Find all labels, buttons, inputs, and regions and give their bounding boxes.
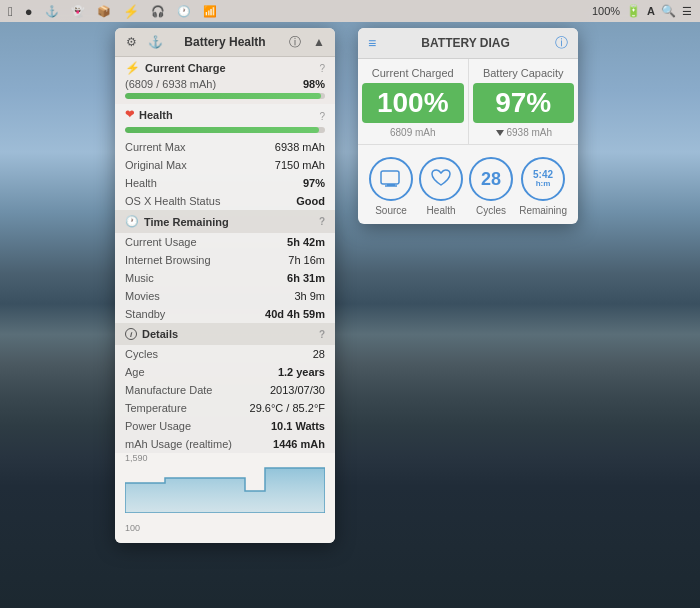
menubar-app-icon1[interactable]: ● xyxy=(25,4,33,19)
charge-row: (6809 / 6938 mAh) 98% xyxy=(125,78,325,90)
detail-label-5: mAh Usage (realtime) xyxy=(125,438,273,450)
info-icon[interactable]: ⓘ xyxy=(287,34,303,50)
health-help[interactable]: ? xyxy=(319,111,325,122)
stat-row-2: Health 97% xyxy=(115,174,335,192)
diag-remaining-icon[interactable]: 5:42 h:m xyxy=(521,157,565,201)
battery-health-panel: ⚙ ⚓ Battery Health ⓘ ▲ ⚡ Current Charge … xyxy=(115,28,335,543)
current-charge-section: ⚡ Current Charge ? (6809 / 6938 mAh) 98% xyxy=(115,57,335,104)
detail-row-5: mAh Usage (realtime) 1446 mAh xyxy=(115,435,335,453)
diag-toolbar: ≡ BATTERY DIAG ⓘ xyxy=(358,28,578,59)
stat-label-0: Current Max xyxy=(125,141,275,153)
detail-value-2: 2013/07/30 xyxy=(270,384,325,396)
time-remaining-label: Time Remaining xyxy=(144,216,229,228)
time-label-1: Internet Browsing xyxy=(125,254,288,266)
diag-source-icon[interactable] xyxy=(369,157,413,201)
diag-battery-capacity-col: Battery Capacity 97% 6938 mAh xyxy=(469,59,579,144)
wifi-icon[interactable]: 📶 xyxy=(203,5,217,18)
diag-remaining-unit: h:m xyxy=(533,180,553,189)
diag-battery-capacity-label: Battery Capacity xyxy=(473,67,575,79)
apple-icon[interactable]:  xyxy=(8,4,13,19)
diag-columns: Current Charged 100% 6809 mAh Battery Ca… xyxy=(358,59,578,145)
detail-label-0: Cycles xyxy=(125,348,313,360)
menubar-app-icon3[interactable]: 👻 xyxy=(71,5,85,18)
current-charge-label: Current Charge xyxy=(145,62,226,74)
menubar-app-icon2[interactable]: ⚓ xyxy=(45,5,59,18)
charge-header: ⚡ Current Charge ? xyxy=(125,61,325,75)
keyboard-icon[interactable]: A xyxy=(647,5,655,17)
upload-icon[interactable]: ▲ xyxy=(311,34,327,50)
charge-progress-fill xyxy=(125,93,321,99)
stat-row-0: Current Max 6938 mAh xyxy=(115,138,335,156)
menubar:  ● ⚓ 👻 📦 ⚡ 🎧 🕐 📶 100% 🔋 A 🔍 ☰ xyxy=(0,0,700,22)
detail-label-4: Power Usage xyxy=(125,420,271,432)
time-value-2: 6h 31m xyxy=(287,272,325,284)
diag-cycles-icon[interactable]: 28 xyxy=(469,157,513,201)
diag-cycles-number: 28 xyxy=(481,169,501,190)
diag-health-icon[interactable] xyxy=(419,157,463,201)
menu-icon[interactable]: ☰ xyxy=(682,5,692,18)
time-row-3: Movies 3h 9m xyxy=(115,287,335,305)
time-label-0: Current Usage xyxy=(125,236,287,248)
clock-icon: 🕐 xyxy=(125,215,139,228)
stat-value-3: Good xyxy=(296,195,325,207)
diag-current-charged-label: Current Charged xyxy=(362,67,464,79)
time-row-0: Current Usage 5h 42m xyxy=(115,233,335,251)
search-icon[interactable]: 🔍 xyxy=(661,4,676,18)
detail-row-2: Manufacture Date 2013/07/30 xyxy=(115,381,335,399)
chart-svg xyxy=(125,463,325,513)
time-label-3: Movies xyxy=(125,290,294,302)
background xyxy=(0,0,700,608)
anchor-icon[interactable]: ⚓ xyxy=(147,34,163,50)
charge-title: ⚡ Current Charge xyxy=(125,61,226,75)
diag-current-charged-percent: 100% xyxy=(362,83,464,123)
stat-value-0: 6938 mAh xyxy=(275,141,325,153)
diag-current-charged-col: Current Charged 100% 6809 mAh xyxy=(358,59,469,144)
details-section: Cycles 28 Age 1.2 years Manufacture Date… xyxy=(115,345,335,453)
info-circle-icon: i xyxy=(125,328,137,340)
stat-label-1: Original Max xyxy=(125,159,275,171)
panel-toolbar: ⚙ ⚓ Battery Health ⓘ ▲ xyxy=(115,28,335,57)
details-help[interactable]: ? xyxy=(319,329,325,340)
detail-value-1: 1.2 years xyxy=(278,366,325,378)
diag-menu-icon[interactable]: ≡ xyxy=(368,35,376,51)
stat-value-1: 7150 mAh xyxy=(275,159,325,171)
menubar-left:  ● ⚓ 👻 📦 ⚡ 🎧 🕐 📶 xyxy=(8,4,217,19)
gear-icon[interactable]: ⚙ xyxy=(123,34,139,50)
menubar-app-icon4[interactable]: 📦 xyxy=(97,5,111,18)
details-label: Details xyxy=(142,328,178,340)
heart-icon: ❤ xyxy=(125,108,134,121)
time-remaining-help[interactable]: ? xyxy=(319,216,325,227)
battery-icon[interactable]: 🔋 xyxy=(626,4,641,18)
health-progress-fill xyxy=(125,127,319,133)
time-remaining-header: 🕐 Time Remaining ? xyxy=(115,210,335,233)
stat-value-2: 97% xyxy=(303,177,325,189)
stat-row-1: Original Max 7150 mAh xyxy=(115,156,335,174)
time-value-1: 7h 16m xyxy=(288,254,325,266)
diag-health-item: Health xyxy=(419,157,463,216)
stat-label-2: Health xyxy=(125,177,303,189)
detail-row-4: Power Usage 10.1 Watts xyxy=(115,417,335,435)
stat-label-3: OS X Health Status xyxy=(125,195,296,207)
diag-remaining-label: Remaining xyxy=(519,205,567,216)
diag-source-label: Source xyxy=(375,205,407,216)
diag-cycles-label: Cycles xyxy=(476,205,506,216)
headphones-icon[interactable]: 🎧 xyxy=(151,5,165,18)
time-machine-icon[interactable]: 🕐 xyxy=(177,5,191,18)
time-row-2: Music 6h 31m xyxy=(115,269,335,287)
stats-section: Current Max 6938 mAh Original Max 7150 m… xyxy=(115,138,335,210)
current-charge-help[interactable]: ? xyxy=(319,63,325,74)
svg-rect-0 xyxy=(381,171,399,184)
diag-remaining-item: 5:42 h:m Remaining xyxy=(519,157,567,216)
time-label-4: Standby xyxy=(125,308,265,320)
time-value-0: 5h 42m xyxy=(287,236,325,248)
bolt-icon[interactable]: ⚡ xyxy=(123,4,139,19)
details-header: i Details ? xyxy=(115,323,335,345)
detail-label-1: Age xyxy=(125,366,278,378)
detail-label-3: Temperature xyxy=(125,402,250,414)
detail-row-3: Temperature 29.6°C / 85.2°F xyxy=(115,399,335,417)
health-section: ❤ Health ? xyxy=(115,104,335,138)
charge-percent: 98% xyxy=(303,78,325,90)
diag-info-icon[interactable]: ⓘ xyxy=(555,34,568,52)
diag-current-charged-mah: 6809 mAh xyxy=(390,127,436,138)
diag-health-label: Health xyxy=(427,205,456,216)
